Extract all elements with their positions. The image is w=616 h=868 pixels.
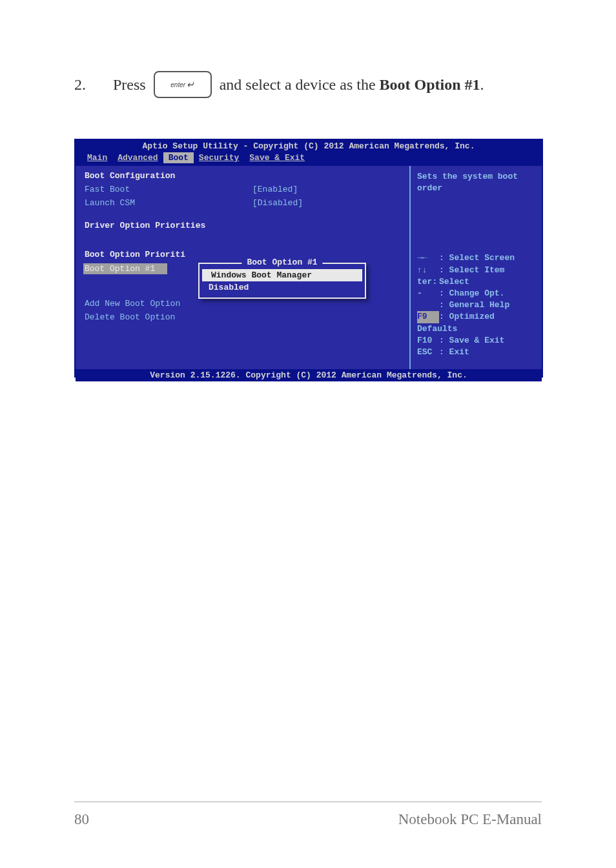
help-select-item: ↑↓: Select Item bbox=[417, 265, 535, 276]
launch-csm-row[interactable]: Launch CSM [Disabled] bbox=[85, 198, 400, 208]
popup-item-windows[interactable]: Windows Boot Manager bbox=[202, 269, 362, 281]
help-exit: ESC: Exit bbox=[417, 347, 535, 358]
launch-csm-label: Launch CSM bbox=[85, 198, 252, 208]
help-description: Sets the system boot order bbox=[417, 171, 535, 194]
help-select-screen: →←: Select Screen bbox=[417, 252, 535, 264]
driver-priorities-header: Driver Option Priorities bbox=[85, 221, 400, 230]
page-footer: 80 Notebook PC E-Manual bbox=[74, 802, 542, 828]
page-number: 80 bbox=[74, 811, 89, 828]
help-general: : General Help bbox=[417, 299, 535, 311]
manual-title: Notebook PC E-Manual bbox=[398, 811, 542, 828]
bios-screenshot: Aptio Setup Utility - Copyright (C) 2012… bbox=[74, 139, 543, 378]
bios-help-panel: Sets the system boot order →←: Select Sc… bbox=[409, 166, 542, 369]
tab-save-exit[interactable]: Save & Exit bbox=[244, 152, 310, 163]
bios-main-panel: Boot Configuration Fast Boot [Enabled] L… bbox=[76, 166, 409, 369]
bios-version: Version 2.15.1226. Copyright (C) 2012 Am… bbox=[76, 369, 542, 381]
tab-boot[interactable]: Boot bbox=[163, 152, 194, 163]
boot-option-1-label: Boot Option #1 bbox=[83, 263, 167, 274]
add-boot-option[interactable]: Add New Boot Option bbox=[85, 299, 400, 308]
press-label: Press bbox=[113, 76, 146, 94]
fast-boot-label: Fast Boot bbox=[85, 185, 252, 194]
launch-csm-value: [Disabled] bbox=[252, 198, 303, 208]
delete-boot-option[interactable]: Delete Boot Option bbox=[85, 312, 400, 322]
fast-boot-row[interactable]: Fast Boot [Enabled] bbox=[85, 185, 400, 194]
bios-body: Boot Configuration Fast Boot [Enabled] L… bbox=[76, 166, 542, 369]
instruction-line: 2. Press enter↵ and select a device as t… bbox=[74, 71, 484, 98]
enter-key-icon: enter↵ bbox=[154, 71, 212, 98]
tab-security[interactable]: Security bbox=[194, 152, 244, 163]
popup-title: Boot Option #1 bbox=[241, 257, 322, 267]
help-select: ter:Select bbox=[417, 276, 535, 288]
step-number: 2. bbox=[74, 76, 86, 94]
fast-boot-value: [Enabled] bbox=[252, 185, 298, 194]
popup-item-disabled[interactable]: Disabled bbox=[200, 281, 365, 294]
instruction-text: and select a device as the Boot Option #… bbox=[220, 76, 484, 94]
help-change-opt: -: Change Opt. bbox=[417, 288, 535, 299]
bios-title: Aptio Setup Utility - Copyright (C) 2012… bbox=[76, 140, 542, 152]
help-optimized: F9: Optimized Defaults bbox=[417, 311, 535, 334]
bios-menubar: Main Advanced Boot Security Save & Exit bbox=[76, 152, 542, 166]
enter-arrow-icon: ↵ bbox=[187, 79, 194, 90]
tab-main[interactable]: Main bbox=[82, 152, 112, 163]
boot-config-header: Boot Configuration bbox=[85, 171, 400, 181]
help-save-exit: F10: Save & Exit bbox=[417, 335, 535, 347]
boot-option-popup: Boot Option #1 Windows Boot Manager Disa… bbox=[198, 263, 366, 299]
tab-advanced[interactable]: Advanced bbox=[112, 152, 163, 163]
